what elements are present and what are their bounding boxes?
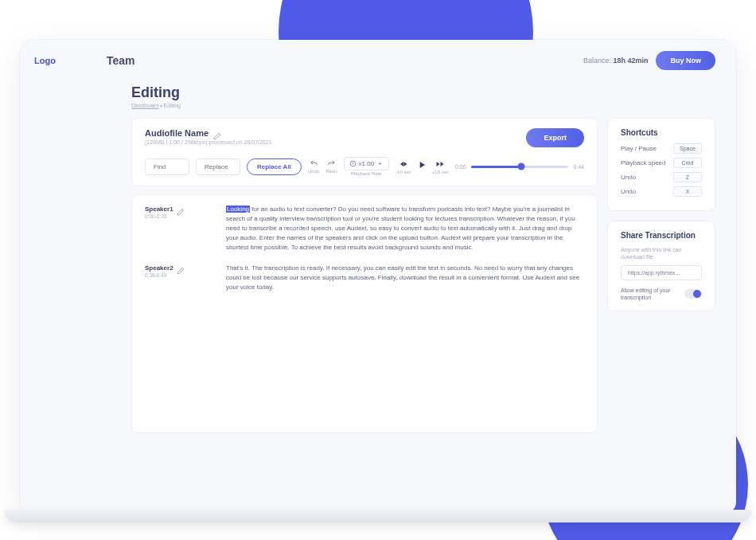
transcript-segment: Speaker1 0:00-0:38 Looking for an audio … (145, 205, 584, 252)
find-input[interactable] (145, 158, 189, 175)
right-column: Shortcuts Play / Pause Space Playback sp… (607, 118, 715, 433)
search-highlight: Looking (226, 205, 250, 213)
transcript-segment: Speaker2 0:38-0:44 That's it. The transc… (145, 264, 584, 292)
edit-toggle[interactable] (684, 289, 702, 299)
playback-controls: -10 sec +10 sec (396, 159, 449, 174)
transcript-card: Speaker1 0:00-0:38 Looking for an audio … (131, 194, 598, 433)
page-title: Editing (131, 84, 625, 101)
left-column: Audiofile Name (128MB / 1.00 / 298kbps) … (131, 118, 598, 433)
undo-label: Undo (308, 169, 319, 174)
skip-forward-label: +10 sec (432, 170, 449, 174)
balance-display: Balance: 18h 42min (583, 57, 649, 65)
segment-text[interactable]: That's it. The transcription is ready. I… (226, 264, 584, 292)
undo-button[interactable]: Undo (308, 159, 319, 174)
redo-button[interactable]: Redo (325, 159, 337, 174)
topbar: Logo Team Balance: 18h 42min Buy Now (20, 40, 736, 81)
shortcut-row: Play / Pause Space (621, 143, 702, 154)
page-heading: Editing Dashboard • Editing (20, 81, 736, 112)
pencil-icon[interactable] (177, 264, 185, 272)
logo: Logo (34, 56, 56, 65)
breadcrumb-current: Editing (164, 103, 181, 108)
skip-back-label: -10 sec (396, 170, 411, 174)
shortcut-row: Undo Z (621, 172, 702, 182)
device-frame: Logo Team Balance: 18h 42min Buy Now Edi… (20, 40, 736, 512)
progress-start-time: 0:00 (455, 164, 466, 170)
redo-label: Redo (325, 169, 337, 174)
chevron-down-icon (376, 160, 384, 167)
skip-forward-button[interactable]: +10 sec (432, 159, 449, 174)
progress-bar[interactable]: 0:00 0:44 (455, 164, 584, 170)
buy-now-button[interactable]: Buy Now (656, 51, 715, 70)
progress-end-time: 0:44 (573, 164, 584, 170)
shortcut-label: Play / Pause (621, 145, 657, 152)
shortcut-key: Space (673, 143, 702, 154)
breadcrumb-dashboard[interactable]: Dashboard (131, 103, 158, 108)
toggle-knob (693, 290, 701, 298)
main-grid: Audiofile Name (128MB / 1.00 / 298kbps) … (20, 112, 736, 449)
pencil-icon[interactable] (177, 205, 185, 213)
team-heading: Team (107, 54, 583, 67)
playback-rate-label: Playback Rate (351, 171, 382, 176)
speaker-label: Speaker2 (145, 264, 173, 272)
shortcut-key: Cmd (673, 158, 702, 168)
balance-label: Balance: (583, 57, 611, 65)
toolbar: Replace All Undo Redo x1.00 (145, 157, 584, 176)
file-card: Audiofile Name (128MB / 1.00 / 298kbps) … (131, 118, 598, 186)
shortcut-label: Undo (621, 188, 636, 195)
shortcuts-title: Shortcuts (621, 128, 702, 137)
segment-time: 0:38-0:44 (145, 272, 194, 278)
shortcut-row: Playback speed Cmd (621, 158, 702, 168)
balance-value: 18h 42min (613, 57, 648, 65)
share-link-input[interactable]: https://app.rythmex... (621, 265, 702, 280)
playback-rate-select[interactable]: x1.00 (344, 157, 390, 170)
shortcut-key: Z (673, 172, 702, 182)
share-card: Share Transcription Anyone with this lin… (607, 221, 715, 311)
device-base (4, 510, 752, 522)
segment-time: 0:00-0:38 (145, 213, 194, 219)
file-name: Audiofile Name (145, 128, 208, 138)
replace-input[interactable] (196, 158, 240, 175)
replace-all-button[interactable]: Replace All (247, 158, 302, 175)
segment-text[interactable]: Looking for an audio to text converter? … (226, 205, 584, 252)
speaker-label: Speaker1 (145, 205, 173, 213)
shortcut-label: Undo (621, 174, 636, 181)
shortcut-key: X (673, 186, 702, 197)
export-button[interactable]: Export (526, 128, 584, 147)
shortcuts-card: Shortcuts Play / Pause Space Playback sp… (607, 118, 715, 211)
edit-toggle-label: Allow editing of your transcription (621, 287, 680, 301)
file-meta: (128MB / 1.00 / 298kbps) processed on 28… (145, 139, 526, 145)
share-title: Share Transcription (621, 231, 702, 240)
playback-rate-value: x1.00 (359, 160, 375, 167)
breadcrumb: Dashboard • Editing (131, 103, 625, 108)
skip-back-button[interactable]: -10 sec (396, 159, 411, 174)
shortcut-row: Undo X (621, 186, 702, 197)
pencil-icon[interactable] (213, 129, 221, 137)
play-button[interactable] (416, 159, 427, 174)
share-subtitle: Anyone with this link can download file (621, 246, 702, 260)
shortcut-label: Playback speed (621, 159, 665, 166)
